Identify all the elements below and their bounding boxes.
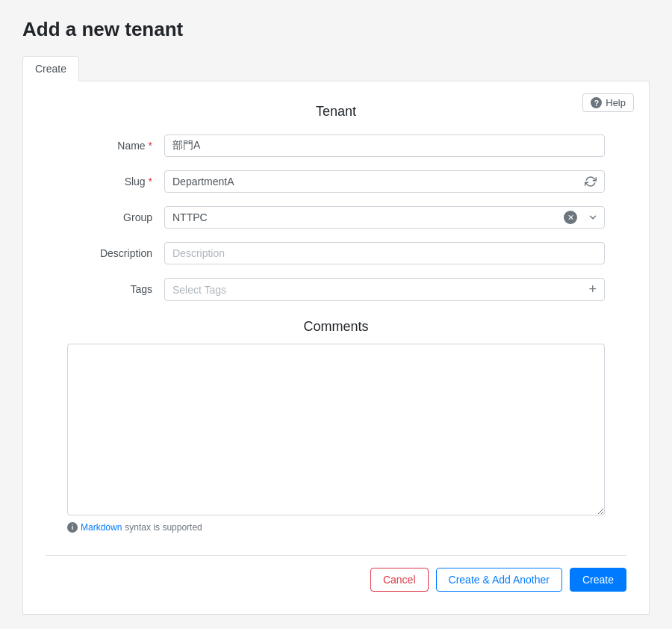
tenant-form-section: Tenant Name * Slug * — [67, 104, 605, 301]
group-clear-button[interactable]: ✕ — [559, 207, 582, 228]
group-wrapper: NTTPC ✕ — [164, 206, 605, 229]
group-value: NTTPC — [165, 207, 559, 228]
tags-row: Tags Select Tags + — [67, 278, 605, 301]
create-button[interactable]: Create — [570, 568, 626, 592]
group-label: Group — [67, 206, 164, 223]
create-add-another-button[interactable]: Create & Add Another — [436, 568, 562, 592]
cancel-button[interactable]: Cancel — [370, 568, 429, 592]
content-area: ? Help Tenant Name * Slug * — [22, 81, 650, 615]
slug-wrapper — [164, 170, 605, 193]
circle-x-icon: ✕ — [564, 211, 577, 224]
group-dropdown-button[interactable] — [582, 208, 604, 226]
markdown-hint: i Markdown syntax is supported — [67, 522, 605, 533]
actions-bar: Cancel Create & Add Another Create — [46, 555, 626, 592]
slug-refresh-button[interactable] — [577, 172, 604, 191]
name-row: Name * — [67, 134, 605, 157]
slug-label: Slug * — [67, 170, 164, 188]
name-label: Name * — [67, 134, 164, 152]
comments-section: Comments i Markdown syntax is supported — [67, 319, 605, 533]
tags-add-button[interactable]: + — [588, 282, 597, 297]
comments-textarea[interactable] — [67, 344, 605, 515]
info-icon: i — [67, 522, 78, 533]
tags-placeholder: Select Tags — [172, 284, 588, 296]
group-row: Group NTTPC ✕ — [67, 206, 605, 229]
tabs-bar: Create — [22, 56, 650, 81]
description-label: Description — [67, 242, 164, 259]
markdown-hint-text: syntax is supported — [125, 522, 202, 533]
tab-create[interactable]: Create — [22, 56, 79, 81]
tenant-section-title: Tenant — [67, 104, 605, 120]
help-button[interactable]: ? Help — [582, 93, 634, 112]
slug-input[interactable] — [165, 171, 577, 192]
page-title: Add a new tenant — [22, 18, 650, 41]
slug-row: Slug * — [67, 170, 605, 193]
comments-section-title: Comments — [67, 319, 605, 335]
description-row: Description — [67, 242, 605, 264]
markdown-link[interactable]: Markdown — [81, 522, 122, 533]
tags-wrapper: Select Tags + — [164, 278, 605, 301]
name-input[interactable] — [164, 134, 605, 157]
help-icon: ? — [591, 97, 602, 108]
tags-label: Tags — [67, 278, 164, 295]
description-input[interactable] — [164, 242, 605, 264]
help-label: Help — [606, 97, 626, 108]
